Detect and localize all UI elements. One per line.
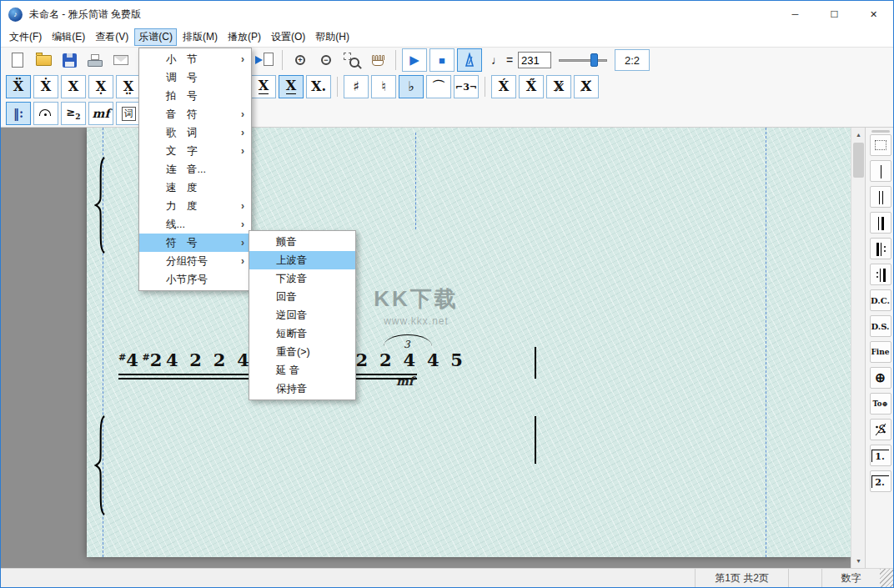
accent-icon: ≥2 xyxy=(66,106,80,121)
submenu-arrow-icon: › xyxy=(241,53,244,65)
menubar-item[interactable]: 排版(M) xyxy=(178,28,222,46)
stop-button[interactable]: ■ xyxy=(429,48,455,72)
repeat-end-button[interactable] xyxy=(870,264,891,285)
zoom-out-button[interactable]: − xyxy=(314,48,338,72)
symbol-submenu-item[interactable]: 回音 xyxy=(249,288,355,306)
octave-note-button[interactable]: Ẋ xyxy=(33,75,58,98)
symbol-submenu-item[interactable]: 保持音 xyxy=(249,379,355,398)
barline-final-button[interactable] xyxy=(870,212,891,234)
save-button[interactable] xyxy=(58,48,81,72)
symbol-submenu-item[interactable]: 逆回音 xyxy=(249,306,355,324)
fermata-button[interactable] xyxy=(33,102,58,125)
dc-button[interactable]: D.C. xyxy=(870,289,891,311)
lyrics-button[interactable]: 词 xyxy=(116,102,141,125)
score-menu-item[interactable]: 文 字 › xyxy=(139,142,251,160)
score-menu-item[interactable]: 连 音... xyxy=(139,160,251,178)
scroll-up-button[interactable]: ▲ xyxy=(851,128,866,142)
goto-page-button[interactable] xyxy=(253,48,276,72)
score-menu-item[interactable]: 分组符号 › xyxy=(139,252,251,270)
octave-note-button[interactable]: Ẍ xyxy=(6,75,31,98)
octave-note-button[interactable]: X̣ xyxy=(88,75,113,98)
export-button[interactable] xyxy=(109,48,133,72)
metronome-button[interactable] xyxy=(457,48,482,72)
coda-button[interactable]: ⊕ xyxy=(870,367,891,389)
symbol-submenu-item[interactable]: 延 音 xyxy=(249,361,355,379)
menubar-item[interactable]: 编辑(E) xyxy=(48,28,89,46)
column-guide xyxy=(415,133,416,229)
menubar-item[interactable]: 乐谱(C) xyxy=(134,28,177,46)
panel-grip[interactable] xyxy=(871,130,890,133)
fine-button[interactable]: Fine xyxy=(870,341,891,363)
symbol-submenu-item[interactable]: 颤音 xyxy=(249,233,355,251)
close-button[interactable]: ✕ xyxy=(854,1,893,28)
vertical-scrollbar[interactable]: ▲ ▼ xyxy=(851,128,865,568)
time-signature-button[interactable]: 2:2 xyxy=(615,49,650,71)
score-menu-item[interactable]: 线... › xyxy=(139,215,251,234)
ornament-note-button[interactable]: X̷ xyxy=(546,75,571,98)
repeat-begin-button[interactable] xyxy=(870,238,891,259)
zoom-in-button[interactable]: + xyxy=(289,48,312,72)
tempo-slider[interactable] xyxy=(559,51,607,69)
menubar-item[interactable]: 查看(V) xyxy=(91,28,133,46)
menubar-item[interactable]: 播放(P) xyxy=(224,28,265,46)
ornament-note-button[interactable]: X̋ xyxy=(519,75,544,98)
repeat-begin-icon xyxy=(881,243,882,256)
maximize-button[interactable]: ☐ xyxy=(815,1,854,28)
to-coda-button[interactable]: To⊕ xyxy=(870,393,891,415)
score-menu-item[interactable]: 小 节 › xyxy=(139,50,251,68)
dynamics-button[interactable]: mf xyxy=(88,102,113,125)
note-duration-button[interactable]: X. xyxy=(306,75,331,98)
score-menu-item[interactable]: 调 号 xyxy=(139,68,251,87)
minimize-button[interactable]: ─ xyxy=(776,1,815,28)
volta1-button[interactable]: 1. xyxy=(870,445,891,466)
barline-double-button[interactable] xyxy=(870,186,891,208)
metronome-icon xyxy=(462,53,477,68)
zoom-selection-button[interactable] xyxy=(340,48,364,72)
accidental-button[interactable]: ♮ xyxy=(371,75,396,98)
octave-note-button[interactable]: X xyxy=(61,75,86,98)
symbol-submenu-item[interactable]: 上波音 xyxy=(249,251,355,269)
volta2-button[interactable]: 2. xyxy=(870,470,891,492)
note-duration-button[interactable]: X xyxy=(251,75,276,98)
resize-grip[interactable] xyxy=(880,569,893,587)
score-menu-item[interactable]: 音 符 › xyxy=(139,105,251,123)
score-menu-item[interactable]: 拍 号 xyxy=(139,87,251,105)
slider-thumb[interactable] xyxy=(590,53,598,67)
score-menu-item[interactable]: 力 度 › xyxy=(139,197,251,215)
select-frame-button[interactable] xyxy=(870,134,891,156)
accidental-button[interactable]: ⌐3¬ xyxy=(454,75,479,98)
barline-single-button[interactable] xyxy=(870,160,891,182)
score-menu-item[interactable]: 小节序号 xyxy=(139,270,251,289)
pan-button[interactable] xyxy=(366,48,389,72)
ornament-note-button[interactable]: X̸ xyxy=(574,75,599,98)
symbol-submenu-item[interactable]: 短断音 xyxy=(249,324,355,343)
ds-button[interactable]: D.S. xyxy=(870,315,891,337)
jianpu-note: 5 xyxy=(450,349,470,370)
accent-button[interactable]: ≥2 xyxy=(61,102,86,125)
accidental-button[interactable]: ♭ xyxy=(399,75,424,98)
score-menu-item[interactable]: 歌 词 › xyxy=(139,123,251,142)
segno-button[interactable]: S xyxy=(870,419,891,440)
scrollbar-thumb[interactable] xyxy=(853,143,864,178)
ornament-note-button[interactable]: X́ xyxy=(491,75,516,98)
tuplet-number: 3 xyxy=(404,339,410,350)
octave-note-button[interactable]: X̤ xyxy=(116,75,141,98)
score-menu-item[interactable]: 速 度 xyxy=(139,178,251,197)
repeat-barline-button[interactable]: ‖: xyxy=(6,102,31,125)
open-file-button[interactable] xyxy=(32,48,55,72)
print-button[interactable] xyxy=(83,48,107,72)
new-file-button[interactable] xyxy=(6,48,29,72)
menubar-item[interactable]: 帮助(H) xyxy=(311,28,354,46)
scroll-down-button[interactable]: ▼ xyxy=(851,554,866,568)
note-duration-button[interactable]: X xyxy=(279,75,304,98)
symbol-submenu-item[interactable]: 重音(>) xyxy=(249,343,355,361)
accidental-button[interactable]: ♯ xyxy=(344,75,369,98)
tempo-input[interactable] xyxy=(518,52,551,68)
slider-track[interactable] xyxy=(559,59,607,62)
symbol-submenu-item[interactable]: 下波音 xyxy=(249,269,355,288)
accidental-button[interactable]: ⌒ xyxy=(426,75,451,98)
play-button[interactable]: ▶ xyxy=(402,48,427,72)
score-menu-item[interactable]: 符 号 › xyxy=(139,234,251,252)
menubar-item[interactable]: 设置(O) xyxy=(267,28,309,46)
menubar-item[interactable]: 文件(F) xyxy=(5,28,46,46)
